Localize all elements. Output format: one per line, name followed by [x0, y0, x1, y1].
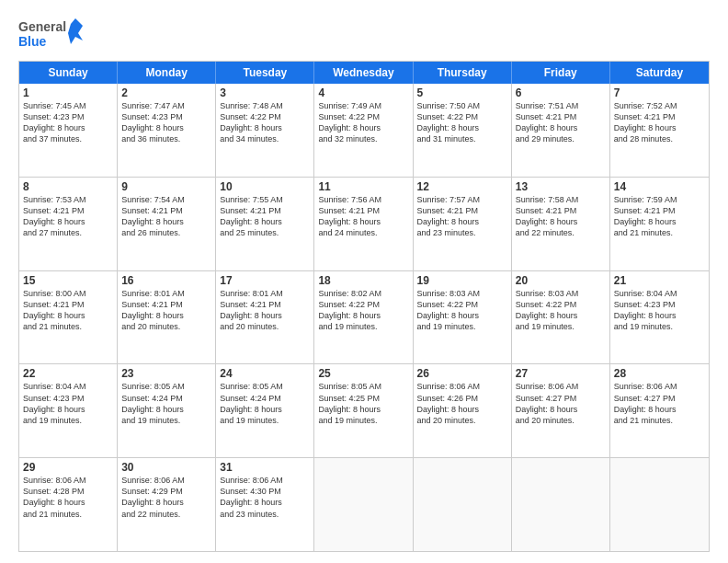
day-number: 30 [121, 461, 211, 474]
weekday-header: Monday [118, 62, 216, 84]
cell-details: Sunrise: 7:49 AM Sunset: 4:22 PM Dayligh… [318, 100, 408, 145]
day-number: 25 [318, 367, 408, 380]
cell-details: Sunrise: 7:50 AM Sunset: 4:22 PM Dayligh… [417, 100, 507, 145]
calendar-week: 15Sunrise: 8:00 AM Sunset: 4:21 PM Dayli… [19, 271, 709, 365]
day-number: 1 [23, 86, 113, 99]
day-number: 16 [121, 274, 211, 287]
cell-details: Sunrise: 8:01 AM Sunset: 4:21 PM Dayligh… [220, 288, 310, 333]
day-number: 8 [23, 180, 113, 193]
calendar-cell: 19Sunrise: 8:03 AM Sunset: 4:22 PM Dayli… [414, 271, 512, 364]
day-number: 3 [220, 86, 310, 99]
calendar-cell [512, 458, 610, 551]
cell-details: Sunrise: 8:06 AM Sunset: 4:26 PM Dayligh… [417, 381, 507, 426]
day-number: 17 [220, 274, 310, 287]
calendar-cell: 21Sunrise: 8:04 AM Sunset: 4:23 PM Dayli… [610, 271, 709, 364]
cell-details: Sunrise: 7:53 AM Sunset: 4:21 PM Dayligh… [23, 194, 113, 239]
weekday-header: Saturday [610, 62, 709, 84]
day-number: 2 [121, 86, 211, 99]
cell-details: Sunrise: 7:47 AM Sunset: 4:23 PM Dayligh… [121, 100, 211, 145]
cell-details: Sunrise: 8:05 AM Sunset: 4:24 PM Dayligh… [121, 381, 211, 426]
calendar-week: 29Sunrise: 8:06 AM Sunset: 4:28 PM Dayli… [19, 458, 709, 551]
calendar-cell: 31Sunrise: 8:06 AM Sunset: 4:30 PM Dayli… [216, 458, 314, 551]
calendar-cell: 2Sunrise: 7:47 AM Sunset: 4:23 PM Daylig… [118, 84, 216, 177]
cell-details: Sunrise: 8:05 AM Sunset: 4:24 PM Dayligh… [220, 381, 310, 426]
calendar-cell: 17Sunrise: 8:01 AM Sunset: 4:21 PM Dayli… [216, 271, 314, 364]
calendar-cell: 28Sunrise: 8:06 AM Sunset: 4:27 PM Dayli… [610, 364, 709, 457]
cell-details: Sunrise: 7:59 AM Sunset: 4:21 PM Dayligh… [614, 194, 705, 239]
calendar-cell: 4Sunrise: 7:49 AM Sunset: 4:22 PM Daylig… [314, 84, 413, 177]
calendar-cell: 18Sunrise: 8:02 AM Sunset: 4:22 PM Dayli… [314, 271, 413, 364]
cell-details: Sunrise: 8:03 AM Sunset: 4:22 PM Dayligh… [417, 288, 507, 333]
day-number: 11 [318, 180, 408, 193]
cell-details: Sunrise: 7:48 AM Sunset: 4:22 PM Dayligh… [220, 100, 310, 145]
calendar-cell: 5Sunrise: 7:50 AM Sunset: 4:22 PM Daylig… [414, 84, 512, 177]
calendar-cell: 15Sunrise: 8:00 AM Sunset: 4:21 PM Dayli… [19, 271, 118, 364]
calendar-cell: 14Sunrise: 7:59 AM Sunset: 4:21 PM Dayli… [610, 178, 709, 270]
day-number: 5 [417, 86, 507, 99]
cell-details: Sunrise: 7:45 AM Sunset: 4:23 PM Dayligh… [23, 100, 113, 145]
day-number: 14 [614, 180, 705, 193]
cell-details: Sunrise: 7:55 AM Sunset: 4:21 PM Dayligh… [220, 194, 310, 239]
weekday-header: Sunday [19, 62, 118, 84]
cell-details: Sunrise: 8:02 AM Sunset: 4:22 PM Dayligh… [318, 288, 408, 333]
day-number: 31 [220, 461, 310, 474]
page: General Blue SundayMondayTuesdayWednesda… [0, 0, 728, 563]
weekday-header: Wednesday [314, 62, 413, 84]
calendar-cell: 12Sunrise: 7:57 AM Sunset: 4:21 PM Dayli… [414, 178, 512, 270]
calendar-cell [314, 458, 413, 551]
cell-details: Sunrise: 7:56 AM Sunset: 4:21 PM Dayligh… [318, 194, 408, 239]
calendar-cell: 23Sunrise: 8:05 AM Sunset: 4:24 PM Dayli… [118, 364, 216, 457]
weekday-header: Thursday [414, 62, 512, 84]
cell-details: Sunrise: 8:04 AM Sunset: 4:23 PM Dayligh… [23, 381, 113, 426]
weekday-header: Tuesday [216, 62, 314, 84]
cell-details: Sunrise: 7:57 AM Sunset: 4:21 PM Dayligh… [417, 194, 507, 239]
calendar-week: 22Sunrise: 8:04 AM Sunset: 4:23 PM Dayli… [19, 364, 709, 458]
calendar-cell: 1Sunrise: 7:45 AM Sunset: 4:23 PM Daylig… [19, 84, 118, 177]
cell-details: Sunrise: 7:51 AM Sunset: 4:21 PM Dayligh… [516, 100, 606, 145]
cell-details: Sunrise: 8:06 AM Sunset: 4:28 PM Dayligh… [23, 475, 113, 520]
cell-details: Sunrise: 7:54 AM Sunset: 4:21 PM Dayligh… [121, 194, 211, 239]
day-number: 21 [614, 274, 705, 287]
calendar-cell: 8Sunrise: 7:53 AM Sunset: 4:21 PM Daylig… [19, 178, 118, 270]
cell-details: Sunrise: 8:06 AM Sunset: 4:29 PM Dayligh… [121, 475, 211, 520]
calendar-cell: 30Sunrise: 8:06 AM Sunset: 4:29 PM Dayli… [118, 458, 216, 551]
day-number: 13 [516, 180, 606, 193]
calendar-cell [610, 458, 709, 551]
cell-details: Sunrise: 8:00 AM Sunset: 4:21 PM Dayligh… [23, 288, 113, 333]
cell-details: Sunrise: 7:58 AM Sunset: 4:21 PM Dayligh… [516, 194, 606, 239]
cell-details: Sunrise: 8:06 AM Sunset: 4:30 PM Dayligh… [220, 475, 310, 520]
day-number: 20 [516, 274, 606, 287]
cell-details: Sunrise: 7:52 AM Sunset: 4:21 PM Dayligh… [614, 100, 705, 145]
calendar-cell [414, 458, 512, 551]
day-number: 24 [220, 367, 310, 380]
calendar-cell: 22Sunrise: 8:04 AM Sunset: 4:23 PM Dayli… [19, 364, 118, 457]
svg-marker-2 [68, 18, 83, 44]
calendar-cell: 6Sunrise: 7:51 AM Sunset: 4:21 PM Daylig… [512, 84, 610, 177]
svg-text:General: General [18, 19, 66, 34]
day-number: 6 [516, 86, 606, 99]
day-number: 28 [614, 367, 705, 380]
logo: General Blue [18, 15, 83, 52]
day-number: 4 [318, 86, 408, 99]
calendar-cell: 13Sunrise: 7:58 AM Sunset: 4:21 PM Dayli… [512, 178, 610, 270]
day-number: 7 [614, 86, 705, 99]
cell-details: Sunrise: 8:06 AM Sunset: 4:27 PM Dayligh… [614, 381, 705, 426]
cell-details: Sunrise: 8:03 AM Sunset: 4:22 PM Dayligh… [516, 288, 606, 333]
calendar-week: 8Sunrise: 7:53 AM Sunset: 4:21 PM Daylig… [19, 178, 709, 271]
day-number: 10 [220, 180, 310, 193]
calendar-week: 1Sunrise: 7:45 AM Sunset: 4:23 PM Daylig… [19, 84, 709, 178]
calendar-cell: 20Sunrise: 8:03 AM Sunset: 4:22 PM Dayli… [512, 271, 610, 364]
calendar-cell: 26Sunrise: 8:06 AM Sunset: 4:26 PM Dayli… [414, 364, 512, 457]
day-number: 22 [23, 367, 113, 380]
logo-svg: General Blue [18, 15, 83, 52]
calendar-cell: 27Sunrise: 8:06 AM Sunset: 4:27 PM Dayli… [512, 364, 610, 457]
calendar-cell: 25Sunrise: 8:05 AM Sunset: 4:25 PM Dayli… [314, 364, 413, 457]
svg-text:Blue: Blue [18, 34, 47, 49]
day-number: 26 [417, 367, 507, 380]
day-number: 9 [121, 180, 211, 193]
day-number: 27 [516, 367, 606, 380]
calendar: SundayMondayTuesdayWednesdayThursdayFrid… [18, 61, 710, 552]
day-number: 19 [417, 274, 507, 287]
calendar-body: 1Sunrise: 7:45 AM Sunset: 4:23 PM Daylig… [19, 84, 709, 551]
day-number: 15 [23, 274, 113, 287]
